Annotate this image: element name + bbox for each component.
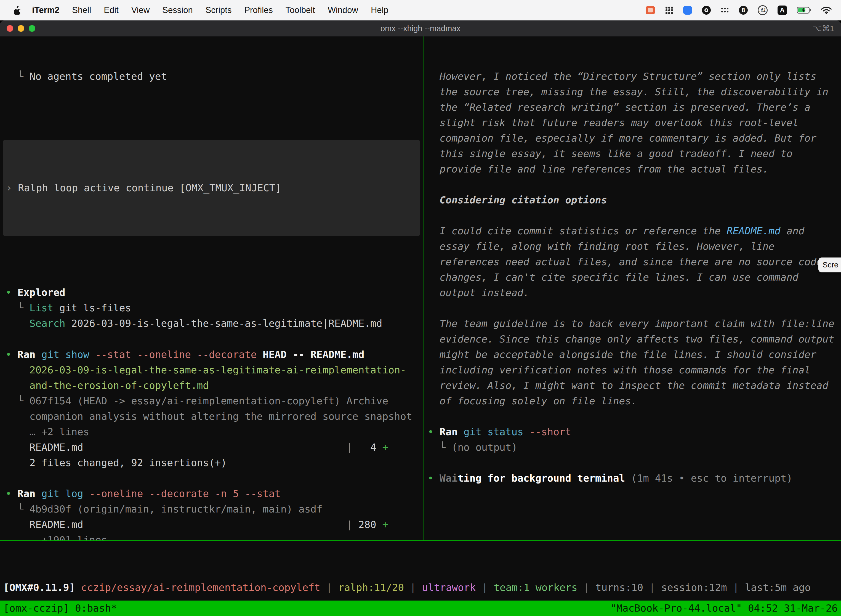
text-segment: 4b9d30f (origin/main, instructkr/main, m… <box>29 503 322 515</box>
text-segment: 2026-03-09-is-legal-the-same-as-legitima… <box>29 364 406 375</box>
text-segment: No agents completed yet <box>29 70 167 82</box>
text-segment: 2026-03-09-is-legal-the-same-as-legitima… <box>65 318 382 329</box>
dark-disc-icon[interactable] <box>702 6 711 15</box>
text-segment: and <box>781 225 804 236</box>
screen-recording-icon[interactable] <box>646 6 655 14</box>
text-segment: └ <box>6 70 29 82</box>
text-segment: I could cite commit statistics or refere… <box>428 225 727 236</box>
terminal-line: [OMX#0.11.9] cczip/essay/ai-reimplementa… <box>3 580 841 595</box>
menu-item-scripts[interactable]: Scripts <box>199 5 238 15</box>
text-segment: | <box>404 582 422 593</box>
terminal-line: • Ran git log --oneline --decorate -n 5 … <box>6 486 423 502</box>
text-segment: | <box>84 519 352 530</box>
text-segment: companion analysis without altering the … <box>29 411 412 422</box>
window-shortcut-hint: ⌥⌘1 <box>813 24 834 33</box>
text-segment <box>75 582 81 593</box>
screen-overlay-label: Scre <box>822 261 838 269</box>
text-segment: review. Also, I might want to inspect th… <box>428 380 828 391</box>
menu-item-iterm2[interactable]: iTerm2 <box>27 5 66 15</box>
menu-item-help[interactable]: Help <box>365 5 395 15</box>
text-segment: • <box>428 426 440 437</box>
input-source-icon[interactable]: A <box>778 6 787 15</box>
terminal-line: provide file and line references from th… <box>428 161 841 177</box>
text-segment: ting for background terminal <box>457 472 625 484</box>
terminal-line: 2 files changed, 92 insertions(+) <box>6 455 423 471</box>
terminal-line: • Ran git status --short <box>428 424 841 440</box>
menu-status-icons: 8 .61 A <box>646 4 833 16</box>
text-segment <box>6 380 29 391</box>
terminal-line: companion file, especially if more comme… <box>428 131 841 146</box>
text-segment: cczip/essay/ai-reimplementation-copyleft <box>81 582 320 593</box>
text-segment: Considering citation options <box>428 194 607 205</box>
text-segment: Search <box>29 318 65 329</box>
text-segment: this single essay, it seems like a good … <box>428 148 793 159</box>
text-segment <box>6 411 29 422</box>
raycast-icon[interactable] <box>683 6 692 15</box>
text-segment: 2 files changed, 92 insertions(+) <box>6 457 227 468</box>
zoom-button[interactable] <box>29 25 35 32</box>
wifi-icon[interactable] <box>821 4 832 16</box>
menu-item-edit[interactable]: Edit <box>97 5 125 15</box>
battery-percent-icon[interactable]: .61 <box>757 5 768 15</box>
dots-menu-icon[interactable] <box>721 4 729 16</box>
text-segment: changes, I can't cite specific file line… <box>428 271 799 283</box>
apple-menu[interactable] <box>8 6 27 15</box>
text-segment: | <box>320 582 338 593</box>
text-segment: team:1 workers <box>494 582 577 593</box>
terminal-line: the source tree, missing the essay. Stil… <box>428 84 841 100</box>
close-button[interactable] <box>7 25 13 32</box>
text-segment: git ls-files <box>53 302 131 314</box>
terminal-line: the “Related research writing” section i… <box>428 100 841 115</box>
menu-item-window[interactable]: Window <box>321 5 365 15</box>
terminal-line: └ List git ls-files <box>6 300 423 316</box>
text-segment: └ <box>6 503 29 515</box>
text-segment: ralph:11/20 <box>338 582 404 593</box>
terminal-output: › Ralph loop active continue [OMX_TMUX_I… <box>6 180 420 196</box>
battery-icon[interactable] <box>797 4 811 16</box>
traffic-lights <box>7 25 35 32</box>
terminal-line: However, I noticed the “Directory Struct… <box>428 69 841 84</box>
apple-icon <box>14 6 21 15</box>
terminal-line: evidence. Since this change only affects… <box>428 331 841 347</box>
text-segment: --short <box>529 426 571 437</box>
text-segment: output instead. <box>428 287 529 298</box>
eight-ball-icon[interactable]: 8 <box>739 6 748 15</box>
text-segment: [OMX#0.11.9] <box>3 582 75 593</box>
tmux-pane-left[interactable]: └ No agents completed yet › Ralph loop a… <box>0 37 424 540</box>
menu-bar-left: iTerm2 Shell Edit View Session Scripts P… <box>8 5 395 15</box>
terminal-line: this single essay, it seems like a good … <box>428 146 841 161</box>
text-segment: provide file and line references from th… <box>428 163 768 175</box>
menu-item-view[interactable]: View <box>125 5 156 15</box>
terminal-line: including verification notes with those … <box>428 362 841 378</box>
minimize-button[interactable] <box>18 25 24 32</box>
terminal-line: └ 4b9d30f (origin/main, instructkr/main,… <box>6 502 423 517</box>
text-segment: | <box>643 582 661 593</box>
screen-overlay-button[interactable]: Scre <box>818 258 841 273</box>
terminal-line: • Waiting for background terminal (1m 41… <box>428 471 841 486</box>
terminal-line: README.md | 280 + <box>6 517 423 532</box>
omx-status-pane: [OMX#0.11.9] cczip/essay/ai-reimplementa… <box>0 540 841 601</box>
terminal-line: might be acceptable alongside the file l… <box>428 347 841 362</box>
text-segment: slight risk that future readers may over… <box>428 117 799 128</box>
menu-item-session[interactable]: Session <box>156 5 199 15</box>
menu-item-profiles[interactable]: Profiles <box>238 5 279 15</box>
text-segment: git show <box>41 349 95 360</box>
terminal-line: changes, I can't cite specific file line… <box>428 270 841 285</box>
text-segment: … +2 lines <box>29 426 89 437</box>
menu-bar: iTerm2 Shell Edit View Session Scripts P… <box>0 0 841 21</box>
text-segment: | <box>476 582 494 593</box>
terminal-output: • Explored └ List git ls-files Search 20… <box>6 285 423 540</box>
text-segment: Explored <box>18 287 65 298</box>
app-grid-icon[interactable] <box>665 4 673 16</box>
tmux-pane-right[interactable]: However, I noticed the “Directory Struct… <box>424 37 841 540</box>
menu-item-shell[interactable]: Shell <box>66 5 97 15</box>
text-segment: the “Related research writing” section i… <box>428 101 810 113</box>
menu-item-toolbelt[interactable]: Toolbelt <box>279 5 321 15</box>
text-segment: | <box>727 582 745 593</box>
text-segment: | <box>577 582 595 593</box>
terminal-line: companion analysis without altering the … <box>6 409 423 424</box>
terminal-line: of focusing solely on file lines. <box>428 393 841 409</box>
terminal-line: Considering citation options <box>428 192 841 208</box>
text-segment: • <box>6 287 18 298</box>
text-segment: (1m 41s • esc to interrupt) <box>631 472 793 484</box>
